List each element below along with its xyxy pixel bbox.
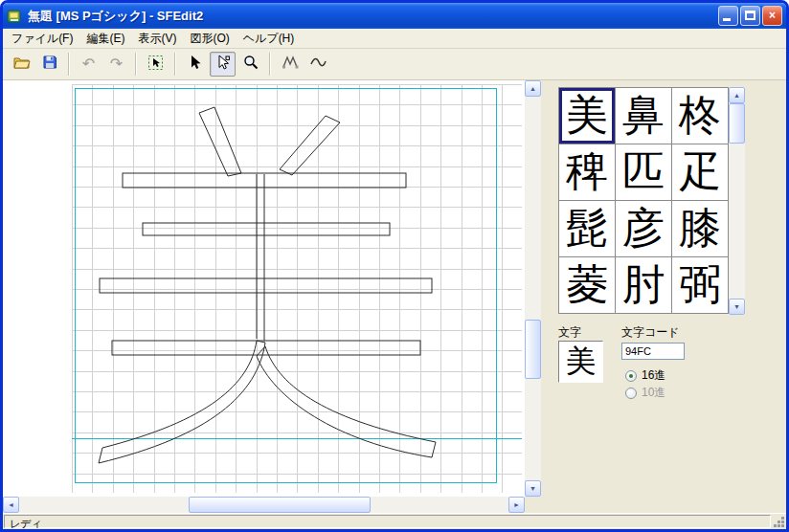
- glyph-canvas[interactable]: [3, 80, 525, 497]
- dec-radio-button[interactable]: [625, 388, 637, 399]
- smooth-curve-icon: [309, 55, 327, 74]
- title-bar: 無題 [MS Pゴシック] - SFEdit2 ×: [3, 3, 786, 29]
- char-cell[interactable]: 柊: [672, 88, 728, 144]
- char-code-input[interactable]: [621, 343, 685, 360]
- scrollbar-corner: [525, 497, 541, 513]
- char-cell[interactable]: 膝: [672, 201, 728, 256]
- scroll-right-button[interactable]: ►: [508, 497, 525, 513]
- resize-grip[interactable]: [773, 516, 784, 527]
- redo-arrow-icon: ↷: [110, 56, 123, 72]
- vertical-scroll-thumb[interactable]: [525, 320, 541, 379]
- menu-view[interactable]: 表示(V): [131, 29, 183, 49]
- scroll-up-button[interactable]: ▲: [525, 80, 541, 97]
- client-area: ▲ ▼ ◄ ► 美 鼻 柊 稗 匹 疋 髭 彦 膝 菱 肘: [3, 80, 786, 513]
- glyph-outline[interactable]: [3, 80, 525, 497]
- folder-open-icon: [13, 55, 31, 74]
- smooth-curve-tool-button[interactable]: [304, 52, 330, 77]
- polyline-m-icon: [282, 55, 299, 74]
- toolbar-separator: [135, 53, 137, 76]
- menu-shape[interactable]: 図形(O): [183, 29, 236, 49]
- node-cursor-icon: [215, 55, 231, 74]
- dashed-selection-icon: [147, 55, 164, 75]
- status-bar: レディ: [3, 513, 786, 529]
- undo-arrow-icon: ↶: [82, 56, 95, 72]
- char-cell[interactable]: 菱: [559, 257, 615, 313]
- maximize-button[interactable]: [740, 6, 760, 26]
- menu-help[interactable]: ヘルプ(H): [237, 29, 302, 49]
- menu-bar: ファイル(F) 編集(E) 表示(V) 図形(O) ヘルプ(H): [3, 29, 786, 49]
- char-cell[interactable]: 彦: [616, 201, 671, 256]
- app-icon: [7, 8, 24, 25]
- char-cell[interactable]: 疋: [672, 144, 728, 200]
- magnifier-icon: [243, 55, 259, 74]
- toolbar-separator: [68, 53, 70, 76]
- arrow-cursor-icon: [188, 55, 203, 74]
- scroll-down-button[interactable]: ▼: [525, 480, 541, 497]
- char-cell[interactable]: 肘: [616, 257, 671, 313]
- char-cell[interactable]: 髭: [559, 201, 615, 256]
- radio-hex-row[interactable]: 16進: [625, 367, 665, 384]
- minimize-button[interactable]: [718, 6, 738, 26]
- open-button[interactable]: [9, 52, 34, 77]
- toolbar-separator: [174, 53, 176, 76]
- status-text: レディ: [4, 515, 771, 528]
- char-cell[interactable]: 匹: [616, 144, 671, 200]
- palette-scroll-up-button[interactable]: ▲: [729, 87, 745, 103]
- node-edit-tool-button[interactable]: [210, 52, 236, 77]
- char-cell[interactable]: 弼: [672, 257, 728, 313]
- char-cell[interactable]: 鼻: [616, 88, 671, 144]
- palette-scroll-thumb[interactable]: [729, 103, 745, 144]
- horizontal-scroll-thumb[interactable]: [189, 497, 371, 513]
- canvas-horizontal-scrollbar[interactable]: ◄ ►: [3, 497, 525, 513]
- menu-edit[interactable]: 編集(E): [79, 29, 131, 49]
- palette-scroll-down-button[interactable]: ▼: [729, 299, 745, 315]
- char-cell[interactable]: 稗: [559, 144, 615, 200]
- char-preview-box: 美: [558, 341, 603, 383]
- floppy-disk-icon: [42, 55, 57, 74]
- toolbar: ↶ ↷: [3, 49, 786, 80]
- corner-point-tool-button[interactable]: [277, 52, 303, 77]
- char-label: 文字: [558, 324, 581, 341]
- hex-radio-button[interactable]: [625, 370, 637, 382]
- undo-button[interactable]: ↶: [76, 52, 101, 77]
- fit-selection-button[interactable]: [143, 52, 169, 77]
- char-palette: 美 鼻 柊 稗 匹 疋 髭 彦 膝 菱 肘 弼: [558, 87, 729, 314]
- hex-radio-label: 16進: [642, 367, 665, 384]
- zoom-tool-button[interactable]: [237, 52, 263, 77]
- radio-dec-row[interactable]: 10進: [625, 385, 665, 401]
- close-button[interactable]: ×: [762, 6, 782, 26]
- maximize-icon: [745, 11, 755, 20]
- dec-radio-label: 10進: [642, 385, 665, 401]
- redo-button[interactable]: ↷: [103, 52, 129, 77]
- window-title: 無題 [MS Pゴシック] - SFEdit2: [28, 8, 718, 25]
- minimize-icon: [723, 18, 731, 21]
- save-button[interactable]: [36, 52, 62, 77]
- select-tool-button[interactable]: [182, 52, 208, 77]
- canvas-vertical-scrollbar[interactable]: ▲ ▼: [525, 80, 541, 497]
- menu-file[interactable]: ファイル(F): [5, 29, 79, 49]
- palette-scrollbar[interactable]: ▲ ▼: [729, 87, 745, 315]
- scroll-left-button[interactable]: ◄: [3, 497, 19, 513]
- char-cell-selected[interactable]: 美: [559, 88, 615, 144]
- toolbar-separator: [269, 53, 271, 76]
- char-code-label: 文字コード: [621, 324, 680, 341]
- side-panel: 美 鼻 柊 稗 匹 疋 髭 彦 膝 菱 肘 弼 ▲ ▼ 文字 文字コード 美: [541, 80, 786, 513]
- app-window: 無題 [MS Pゴシック] - SFEdit2 × ファイル(F) 編集(E) …: [0, 0, 789, 532]
